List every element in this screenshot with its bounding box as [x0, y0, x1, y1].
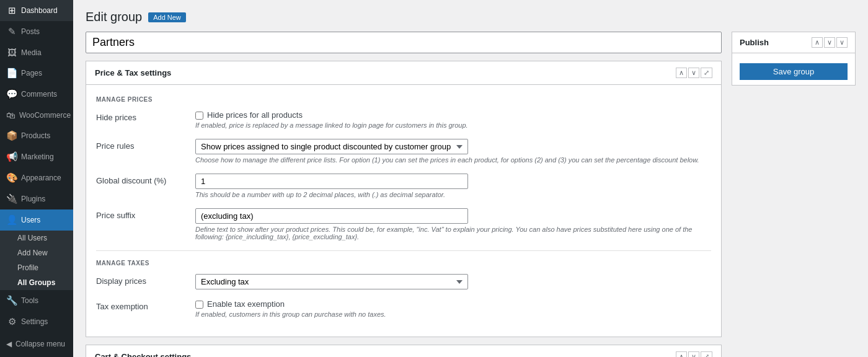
manage-prices-label: MANAGE PRICES — [96, 96, 711, 103]
appearance-icon: 🎨 — [6, 172, 17, 183]
page-title: Edit group — [86, 10, 142, 24]
tax-exemption-label: Tax exemption — [96, 299, 195, 311]
global-discount-row: Global discount (%) This should be a num… — [96, 174, 711, 198]
sidebar-item-pages[interactable]: 📄 Pages — [0, 63, 73, 84]
publish-header: Publish ∧ ∨ ∨ — [732, 32, 855, 53]
global-discount-input[interactable] — [195, 174, 468, 189]
hide-prices-checkbox[interactable] — [195, 112, 203, 120]
sidebar-item-posts[interactable]: ✎ Posts — [0, 21, 73, 42]
cart-panel-collapse-up-btn[interactable]: ∧ — [676, 351, 687, 357]
price-rules-hint: Choose how to manage the different price… — [195, 156, 711, 164]
hide-prices-row: Hide prices Hide prices for all products… — [96, 110, 711, 129]
cart-checkout-panel: Cart & Checkout settings ∧ ∨ ⤢ MANAGE BI… — [86, 345, 722, 357]
collapse-label: Collapse menu — [16, 340, 65, 348]
sidebar-label-appearance: Appearance — [21, 174, 61, 182]
sidebar-item-dashboard[interactable]: ⊞ Dashboard — [0, 0, 73, 21]
sidebar-label-plugins: Plugins — [21, 195, 45, 203]
publish-expand-btn[interactable]: ∨ — [836, 37, 848, 48]
settings-label: Settings — [21, 317, 48, 326]
global-discount-hint: This should be a number with up to 2 dec… — [195, 191, 711, 198]
sidebar-item-comments[interactable]: 💬 Comments — [0, 84, 73, 105]
cart-panel-expand-btn[interactable]: ⤢ — [701, 351, 712, 357]
panel-collapse-up-btn[interactable]: ∧ — [676, 68, 687, 78]
sidebar-item-users[interactable]: 👤 Users — [0, 209, 73, 231]
save-group-button[interactable]: Save group — [740, 63, 848, 80]
tax-exemption-checkbox-row: Enable tax exemption — [195, 299, 711, 309]
global-discount-field: This should be a number with up to 2 dec… — [195, 174, 711, 198]
sidebar-label-users: Users — [21, 216, 40, 224]
content-side: Publish ∧ ∨ ∨ Save group — [732, 32, 856, 86]
users-icon: 👤 — [6, 214, 17, 226]
publish-box: Publish ∧ ∨ ∨ Save group — [732, 32, 856, 86]
products-icon: 📦 — [6, 130, 17, 141]
hide-prices-hint: If enabled, price is replaced by a messa… — [195, 121, 711, 129]
sidebar-item-products[interactable]: 📦 Products — [0, 125, 73, 146]
panel-header-controls: ∧ ∨ ⤢ — [676, 68, 712, 78]
global-discount-label: Global discount (%) — [96, 174, 195, 185]
cart-panel-collapse-down-btn[interactable]: ∨ — [688, 351, 699, 357]
sidebar-item-settings[interactable]: ⚙ Settings — [0, 311, 73, 332]
price-rules-select[interactable]: Show prices assigned to single product d… — [195, 139, 468, 154]
publish-body: Save group — [732, 53, 855, 85]
media-icon: 🖼 — [6, 47, 17, 58]
sidebar: ⊞ Dashboard ✎ Posts 🖼 Media 📄 Pages 💬 Co… — [0, 0, 73, 357]
sidebar-label-pages: Pages — [21, 69, 42, 77]
sidebar-item-marketing[interactable]: 📢 Marketing — [0, 146, 73, 167]
display-prices-label: Display prices — [96, 274, 195, 286]
settings-icon: ⚙ — [6, 316, 17, 327]
tools-icon: 🔧 — [6, 295, 17, 306]
tax-exemption-field: Enable tax exemption If enabled, custome… — [195, 299, 711, 318]
section-divider — [96, 250, 711, 251]
price-rules-row: Price rules Show prices assigned to sing… — [96, 139, 711, 164]
display-prices-field: Excluding tax Including tax — [195, 274, 711, 289]
add-new-user-label: Add New — [17, 249, 48, 257]
price-tax-panel: Price & Tax settings ∧ ∨ ⤢ MANAGE PRICES… — [86, 61, 722, 337]
panel-expand-btn[interactable]: ⤢ — [701, 68, 712, 78]
page-header: Edit group Add New — [86, 10, 856, 24]
sidebar-item-all-users[interactable]: All Users — [0, 231, 73, 245]
sidebar-item-appearance[interactable]: 🎨 Appearance — [0, 167, 73, 188]
price-suffix-hint: Define text to show after your product p… — [195, 226, 711, 240]
main-content: Edit group Add New Price & Tax settings … — [73, 0, 868, 357]
sidebar-label-posts: Posts — [21, 27, 40, 36]
sidebar-label-media: Media — [21, 48, 42, 57]
hide-prices-label: Hide prices — [96, 110, 195, 122]
display-prices-select[interactable]: Excluding tax Including tax — [195, 274, 468, 289]
tax-exemption-checkbox[interactable] — [195, 301, 203, 309]
sidebar-item-woocommerce[interactable]: 🛍 WooCommerce — [0, 105, 73, 125]
publish-up-btn[interactable]: ∧ — [812, 37, 823, 48]
content-row: Price & Tax settings ∧ ∨ ⤢ MANAGE PRICES… — [86, 32, 856, 357]
marketing-icon: 📢 — [6, 151, 17, 162]
posts-icon: ✎ — [6, 26, 17, 37]
group-name-input[interactable] — [86, 32, 722, 53]
sidebar-item-tools[interactable]: 🔧 Tools — [0, 290, 73, 311]
dashboard-icon: ⊞ — [6, 5, 17, 16]
woocommerce-icon: 🛍 — [6, 110, 16, 120]
sidebar-item-all-groups[interactable]: All Groups — [0, 275, 73, 290]
sidebar-item-add-new-user[interactable]: Add New — [0, 245, 73, 260]
cart-checkout-panel-title: Cart & Checkout settings — [95, 352, 191, 357]
sidebar-label-dashboard: Dashboard — [21, 6, 58, 15]
plugins-icon: 🔌 — [6, 193, 17, 205]
publish-down-btn[interactable]: ∨ — [824, 37, 835, 48]
price-suffix-label: Price suffix — [96, 208, 195, 220]
sidebar-label-comments: Comments — [21, 90, 57, 99]
profile-label: Profile — [17, 263, 38, 272]
price-suffix-input[interactable] — [195, 208, 468, 224]
sidebar-label-products: Products — [21, 131, 50, 140]
sidebar-item-media[interactable]: 🖼 Media — [0, 42, 73, 63]
price-rules-field: Show prices assigned to single product d… — [195, 139, 711, 164]
sidebar-item-profile[interactable]: Profile — [0, 260, 73, 275]
price-suffix-row: Price suffix Define text to show after y… — [96, 208, 711, 240]
tools-label: Tools — [21, 296, 38, 305]
collapse-menu[interactable]: ◀ Collapse menu — [0, 335, 73, 353]
publish-title: Publish — [740, 38, 769, 47]
hide-prices-checkbox-label[interactable]: Hide prices for all products — [207, 110, 303, 120]
tax-exemption-checkbox-label[interactable]: Enable tax exemption — [207, 299, 285, 309]
add-new-button[interactable]: Add New — [148, 12, 186, 22]
users-submenu: All Users Add New Profile All Groups — [0, 231, 73, 290]
publish-controls: ∧ ∨ ∨ — [812, 37, 848, 48]
sidebar-item-plugins[interactable]: 🔌 Plugins — [0, 188, 73, 209]
content-main: Price & Tax settings ∧ ∨ ⤢ MANAGE PRICES… — [86, 32, 722, 357]
panel-collapse-down-btn[interactable]: ∨ — [688, 68, 699, 78]
